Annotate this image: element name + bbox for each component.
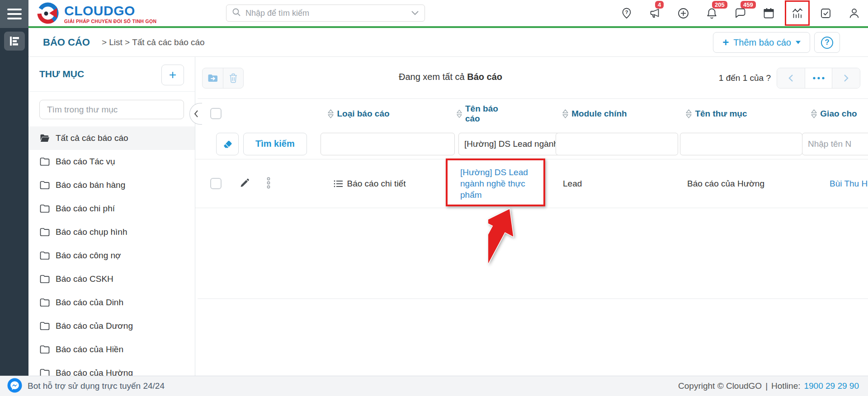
reports-module-icon[interactable] [4, 32, 25, 51]
chat-badge: 459 [741, 1, 756, 9]
global-search-input[interactable] [245, 9, 406, 18]
ellipsis-icon [813, 77, 825, 79]
sidebar-item-folder[interactable]: Báo cáo của Hiền [28, 338, 195, 361]
folder-icon [40, 204, 50, 213]
topbar-icons: ? 4 205 [612, 0, 868, 26]
sidebar-item-folder[interactable]: Báo cáo CSKH [28, 267, 195, 291]
search-icon [232, 8, 241, 19]
sidebar-item-folder[interactable]: Báo cáo công nợ [28, 244, 195, 267]
chevron-down-icon[interactable] [411, 9, 419, 17]
hotline-label: Hotline: [771, 381, 800, 391]
cell-loai-bao-cao: Báo cáo chi tiết [319, 179, 457, 189]
sidebar-item-all-reports[interactable]: Tất cả các báo cáo [28, 126, 195, 150]
delete-button[interactable] [223, 68, 243, 88]
cloudgo-logo[interactable]: CLOUDGO GIẢI PHÁP CHUYỂN ĐỔI SỐ TINH GỌN [36, 1, 156, 27]
folder-panel: THƯ MỤC + Tất cả các báo cáo Báo cáo Tác… [28, 57, 195, 376]
chevron-left-icon [788, 74, 793, 82]
select-all-checkbox[interactable] [210, 108, 222, 119]
filter-input-giao-cho[interactable] [802, 133, 868, 155]
breadcrumb-bar: BÁO CÁO > List > Tất cả các báo cáo + Th… [28, 28, 868, 57]
row-checkbox[interactable] [210, 178, 222, 189]
column-header-module-chinh[interactable]: Module chính [554, 109, 678, 119]
tasks-check-icon[interactable] [811, 0, 840, 26]
column-header-loai-bao-cao[interactable]: Loại báo cáo [319, 109, 457, 119]
folder-search-input[interactable] [47, 105, 176, 115]
folder-icon [40, 157, 50, 166]
row-menu-kebab-icon[interactable] [266, 177, 271, 191]
pagination-controls [777, 68, 860, 89]
hamburger-menu-button[interactable] [0, 0, 28, 28]
column-header-ten-bao-cao[interactable]: Tên báo cáo [457, 104, 554, 124]
caret-down-icon [796, 41, 801, 44]
brand-name: CLOUDGO [64, 4, 156, 18]
folder-label: Báo cáo của Hường [56, 368, 133, 376]
folder-open-icon [40, 134, 50, 143]
filter-input-module-chinh[interactable] [556, 133, 678, 155]
sort-icon[interactable] [811, 109, 817, 118]
add-circle-icon[interactable] [669, 0, 698, 26]
page-next-button[interactable] [832, 68, 860, 88]
global-search[interactable] [226, 5, 425, 22]
cloudgo-report-page: CLOUDGO GIẢI PHÁP CHUYỂN ĐỔI SỐ TINH GỌN [0, 0, 868, 396]
page-more-button[interactable] [805, 68, 832, 88]
sort-icon[interactable] [457, 109, 462, 118]
cell-module-chinh: Lead [554, 179, 678, 189]
megaphone-badge: 4 [655, 1, 664, 9]
sort-icon[interactable] [686, 109, 692, 118]
report-name-link[interactable]: [Hường] DS Lead ngành nghề thực phẩm [457, 167, 554, 200]
edit-pencil-icon[interactable] [239, 177, 250, 190]
sidebar-item-folder[interactable]: Báo cáo Tác vụ [28, 150, 195, 173]
clear-filters-button[interactable] [216, 133, 239, 155]
help-button[interactable]: ? [814, 32, 840, 53]
table-header-row: Loại báo cáo Tên báo cáo Module chính Tê… [195, 98, 868, 129]
search-button[interactable]: Tìm kiếm [243, 133, 307, 155]
page-title: BÁO CÁO [43, 37, 90, 48]
viewing-status-text: Đang xem tất cả Báo cáo [399, 72, 502, 82]
user-profile-icon[interactable] [840, 0, 868, 26]
sidebar-item-folder[interactable]: Báo cáo của Dinh [28, 291, 195, 314]
move-to-folder-button[interactable] [203, 68, 223, 88]
page-previous-button[interactable] [777, 68, 805, 88]
filter-input-ten-thu-muc[interactable] [680, 133, 802, 155]
map-pin-help-icon[interactable]: ? [612, 0, 641, 26]
column-header-giao-cho[interactable]: Giao cho [800, 109, 868, 119]
folder-icon [40, 321, 50, 331]
brand-tagline: GIẢI PHÁP CHUYỂN ĐỔI SỐ TINH GỌN [64, 19, 156, 24]
chevron-right-icon [844, 74, 849, 82]
add-folder-button[interactable]: + [161, 65, 184, 85]
filter-input-loai-bao-cao[interactable] [321, 133, 455, 155]
support-bot-text[interactable]: Bot hỗ trợ sử dụng trực tuyến 24/24 [28, 381, 165, 391]
plus-icon: + [722, 36, 729, 49]
report-list-area: Đang xem tất cả Báo cáo 1 đến 1 của ? [195, 57, 868, 376]
sort-icon[interactable] [562, 109, 568, 118]
sidebar-item-folder[interactable]: Báo cáo của Hường [28, 361, 195, 376]
notifications-bell-icon[interactable]: 205 [698, 0, 726, 26]
folder-icon [40, 275, 50, 284]
hotline-number-link[interactable]: 1900 29 29 90 [804, 381, 859, 391]
folder-search[interactable] [39, 100, 184, 119]
folder-label: Báo cáo chụp hình [56, 227, 127, 237]
sidebar-item-folder[interactable]: Báo cáo của Dương [28, 314, 195, 338]
folder-icon [40, 368, 50, 376]
breadcrumb[interactable]: > List > Tất cả các báo cáo [102, 37, 205, 47]
sidebar-item-folder[interactable]: Báo cáo chi phí [28, 197, 195, 220]
eraser-icon [222, 139, 233, 149]
chat-icon[interactable]: 459 [726, 0, 755, 26]
folder-panel-title: THƯ MỤC [39, 69, 84, 79]
messenger-icon[interactable] [7, 378, 22, 395]
folder-icon [40, 181, 50, 190]
megaphone-icon[interactable]: 4 [641, 0, 669, 26]
add-report-button[interactable]: + Thêm báo cáo [713, 32, 810, 53]
chevron-left-icon [194, 110, 198, 118]
folder-move-icon [208, 74, 218, 83]
assigned-user-link[interactable]: Bùi Thu Hư [800, 179, 868, 189]
column-header-ten-thu-muc[interactable]: Tên thư mục [678, 109, 800, 119]
table-row: Báo cáo chi tiết [Hường] DS Lead ngành n… [195, 159, 868, 208]
sort-icon[interactable] [328, 109, 334, 118]
sidebar-item-folder[interactable]: Báo cáo chụp hình [28, 220, 195, 244]
reports-chart-icon[interactable] [783, 0, 811, 26]
folder-icon [40, 228, 50, 237]
calendar-icon[interactable] [755, 0, 783, 26]
sidebar-item-folder[interactable]: Báo cáo bán hàng [28, 173, 195, 197]
bell-badge: 205 [712, 1, 727, 9]
